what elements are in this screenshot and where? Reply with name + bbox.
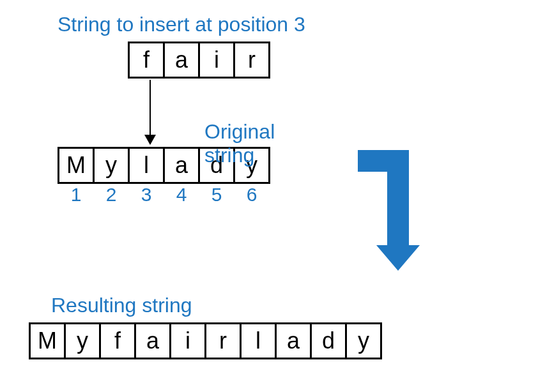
result-heading: Resulting string	[51, 294, 382, 317]
insert-string-row: f a i r	[128, 41, 305, 79]
result-section: Resulting string M y f a i r l a d y	[29, 294, 382, 359]
index-label: 3	[128, 184, 165, 206]
result-cell: i	[169, 322, 206, 359]
original-cell: y	[93, 147, 130, 184]
original-heading: Original string	[204, 120, 275, 167]
original-cell: a	[163, 147, 200, 184]
insert-cell: a	[163, 41, 200, 79]
index-label: 4	[163, 184, 200, 206]
result-cell: M	[29, 322, 66, 359]
insert-cell: i	[198, 41, 235, 79]
original-section: Original string M y l a d y 1 2 3 4 5 6	[58, 147, 270, 206]
result-cell: d	[310, 322, 347, 359]
index-label: 2	[93, 184, 130, 206]
result-string-row: M y f a i r l a d y	[29, 322, 382, 359]
index-label: 1	[58, 184, 95, 206]
insert-section: String to insert at position 3 f a i r	[58, 13, 305, 79]
result-cell: a	[134, 322, 171, 359]
insert-heading: String to insert at position 3	[58, 13, 305, 36]
insert-cell: r	[233, 41, 270, 79]
index-row: 1 2 3 4 5 6	[58, 184, 270, 206]
result-cell: a	[275, 322, 312, 359]
result-cell: y	[64, 322, 101, 359]
index-label: 5	[198, 184, 235, 206]
index-label: 6	[233, 184, 270, 206]
insert-arrow-icon	[150, 80, 151, 144]
result-arrow-icon	[358, 150, 420, 271]
result-cell: f	[99, 322, 136, 359]
insert-cell: f	[128, 41, 165, 79]
result-cell: r	[204, 322, 242, 359]
result-cell: y	[345, 322, 382, 359]
result-cell: l	[240, 322, 277, 359]
original-cell: M	[58, 147, 95, 184]
original-cell: l	[128, 147, 165, 184]
